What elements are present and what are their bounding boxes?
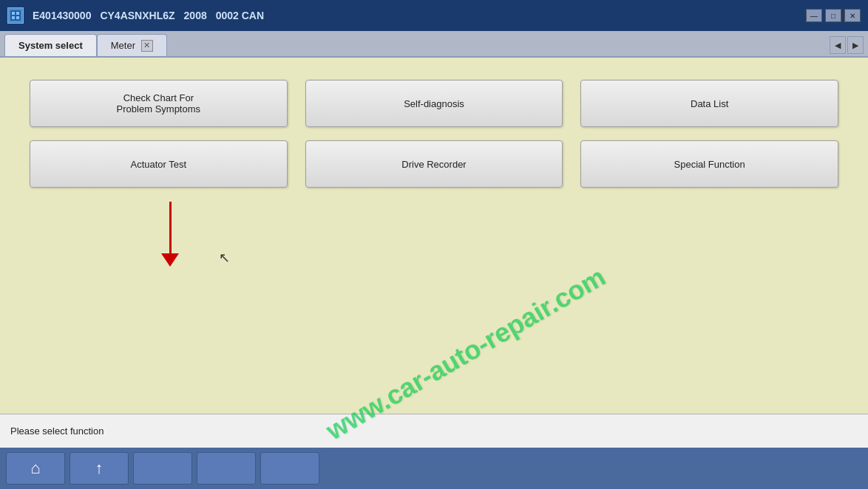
data-list-label: Data List: [691, 98, 728, 109]
drive-recorder-button[interactable]: Drive Recorder: [305, 140, 563, 188]
data-list-button[interactable]: Data List: [580, 80, 838, 127]
svg-rect-1: [12, 12, 15, 15]
check-chart-label: Check Chart ForProblem Symptoms: [117, 92, 200, 114]
vehicle-year: 2008: [184, 10, 207, 21]
svg-rect-3: [12, 16, 15, 19]
minimize-button[interactable]: —: [806, 9, 822, 22]
vehicle-id: E401430000: [33, 10, 91, 21]
tab-system-select[interactable]: System select: [4, 34, 97, 56]
status-text: Please select function: [10, 425, 104, 437]
close-button[interactable]: ✕: [844, 9, 861, 22]
arrow-indicator: [161, 202, 179, 267]
maximize-button[interactable]: □: [825, 9, 841, 22]
title-bar: E401430000 CY4ASNXHL6Z 2008 0002 CAN — □…: [0, 0, 868, 31]
self-diagnosis-label: Self-diagnosis: [404, 98, 464, 109]
app-logo: [7, 7, 24, 24]
special-function-label: Special Function: [674, 159, 745, 170]
protocol-label: 0002 CAN: [216, 10, 264, 21]
cursor-indicator: ↖: [219, 250, 230, 266]
tab-navigation: ◀ ▶: [830, 36, 864, 54]
home-button[interactable]: ⌂: [6, 452, 65, 485]
toolbar-button-4[interactable]: [197, 452, 256, 485]
arrow-head: [161, 253, 179, 267]
back-button[interactable]: ↑: [69, 452, 129, 485]
home-icon: ⌂: [30, 459, 40, 478]
special-function-button[interactable]: Special Function: [580, 140, 838, 188]
vehicle-code: CY4ASNXHL6Z: [100, 10, 174, 21]
tab-meter[interactable]: Meter ✕: [97, 34, 167, 56]
tab-prev-button[interactable]: ◀: [830, 36, 846, 54]
tab-meter-close[interactable]: ✕: [141, 40, 153, 52]
back-icon: ↑: [95, 459, 104, 478]
tab-bar: System select Meter ✕ ◀ ▶: [0, 31, 868, 58]
bottom-toolbar: ⌂ ↑: [0, 448, 868, 489]
main-content: Check Chart ForProblem Symptoms Self-dia…: [0, 58, 868, 414]
actuator-test-label: Actuator Test: [131, 159, 187, 170]
toolbar-button-3[interactable]: [133, 452, 192, 485]
svg-rect-2: [16, 12, 19, 15]
tab-next-button[interactable]: ▶: [847, 36, 864, 54]
tab-meter-label: Meter: [111, 40, 135, 51]
arrow-shaft: [169, 202, 172, 253]
function-button-grid: Check Chart ForProblem Symptoms Self-dia…: [30, 80, 838, 188]
status-bar: Please select function: [0, 414, 868, 448]
drive-recorder-label: Drive Recorder: [401, 159, 466, 170]
toolbar-button-5[interactable]: [260, 452, 319, 485]
svg-rect-4: [16, 16, 19, 19]
window-controls: — □ ✕: [806, 9, 861, 22]
tab-system-select-label: System select: [18, 40, 83, 51]
actuator-test-button[interactable]: Actuator Test: [30, 140, 288, 188]
check-chart-button[interactable]: Check Chart ForProblem Symptoms: [30, 80, 288, 127]
self-diagnosis-button[interactable]: Self-diagnosis: [305, 80, 563, 127]
